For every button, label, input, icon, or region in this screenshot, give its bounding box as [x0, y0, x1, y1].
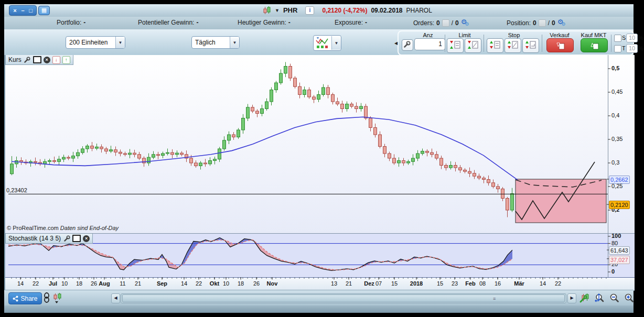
share-button[interactable]: Share — [8, 292, 42, 304]
stop-loss-pct-input[interactable]: 10 — [626, 34, 638, 42]
exposure-label: Exposure: — [335, 19, 363, 26]
date-tick-label-24: 23 — [452, 280, 458, 287]
linked-chart-icon[interactable] — [52, 292, 63, 304]
buy-shortcut-icon[interactable]: ↑ — [62, 56, 70, 64]
price-settings-wrench-icon[interactable] — [24, 56, 31, 63]
potential-gain-label: Potentieller Gewinn: — [138, 19, 194, 26]
stoch-tick-label-0: 100 — [611, 233, 621, 239]
stop-loss-checkbox[interactable] — [614, 35, 621, 42]
date-tick-label-12: Okt — [210, 280, 219, 287]
zoom-fit-icon[interactable] — [594, 292, 606, 304]
collapse-panel-icon[interactable]: ◀ — [394, 41, 398, 46]
position-settings-icon[interactable]: ⚙⚙ — [557, 19, 566, 27]
stoch-d-value-tag: 37,027 — [609, 256, 630, 264]
close-window-icon[interactable]: × — [12, 7, 18, 14]
sell-market-button[interactable] — [546, 38, 574, 52]
units-select-value: 200 Einheiten — [66, 39, 115, 46]
sell-stop-button[interactable] — [505, 38, 521, 53]
orders-settings-icon[interactable]: ⚙⚙ — [461, 19, 469, 27]
adjust-chart-icon[interactable] — [579, 292, 592, 304]
stop-label: Stop — [487, 32, 541, 38]
price-tick-label-0: 0,5 — [611, 65, 619, 71]
copyright-note: © ProRealTime.com Daten sind End-of-Day — [7, 225, 119, 231]
zoom-out-icon[interactable] — [608, 292, 621, 304]
date-tick-label-13: 10 — [223, 280, 229, 287]
instrument-symbol[interactable]: PHR — [283, 6, 297, 14]
sell-shortcut-icon[interactable]: ↓ — [52, 56, 60, 64]
timeframe-select-arrow-icon[interactable]: ▼ — [230, 37, 239, 48]
scroll-left-button[interactable]: ◀ — [111, 293, 120, 303]
close-stochastic-icon[interactable]: × — [83, 235, 90, 242]
detach-panel-icon[interactable] — [33, 56, 41, 63]
buy-stop-button[interactable] — [487, 38, 503, 53]
quantity-input[interactable]: 1 — [414, 38, 445, 50]
units-select-arrow-icon[interactable]: ▼ — [115, 37, 125, 48]
title-bar: × – □ ▦ ▼ PHR i 0,2120 (-4,72%) 09.02.20… — [4, 4, 634, 17]
price-tick-label-2: 0,4 — [611, 112, 619, 118]
last-price-change: 0,2120 (-4,72%) — [322, 7, 367, 14]
orders-list-icon[interactable] — [442, 19, 449, 27]
potential-gain-value: - — [196, 19, 198, 26]
chart-type-button[interactable]: ▼ — [313, 35, 341, 51]
account-info-bar: Portfolio: - Potentieller Gewinn: - Heut… — [4, 17, 634, 30]
bottom-bar: Share ◀ ≡ ▶ — [4, 290, 634, 306]
projection-box — [516, 179, 606, 223]
date-tick-label-23: 15 — [437, 280, 443, 287]
chart-type-arrow-icon[interactable]: ▼ — [331, 36, 341, 50]
candlestick-icon — [263, 6, 271, 15]
stoch-k-value-tag: 61,643 — [609, 246, 630, 255]
date-tick-label-2: Jul — [49, 280, 57, 287]
alert-price-tag: 0,2662 — [609, 176, 630, 184]
position-list-icon[interactable] — [539, 19, 546, 27]
copyright-text: © ProRealTime.com — [7, 225, 59, 231]
zoom-in-icon[interactable] — [623, 292, 636, 304]
order-settings-button[interactable] — [402, 39, 413, 51]
maximize-window-icon[interactable]: □ — [27, 7, 34, 14]
date-tick-label-7: 11 — [120, 280, 125, 287]
price-panel-tab[interactable]: Kurs × ↓ ↑ — [5, 55, 73, 65]
sell-limit-icon — [448, 39, 461, 51]
scroll-right-button[interactable]: ▶ — [567, 293, 576, 303]
trailing-stop-icon — [523, 39, 537, 51]
chart-scrollbar[interactable]: ≡ — [121, 293, 566, 303]
stochastic-settings-wrench-icon[interactable] — [63, 235, 70, 242]
chart-canvas[interactable] — [5, 55, 635, 290]
target-checkbox[interactable] — [614, 45, 621, 52]
stochastic-panel-tab[interactable]: Stochastik (14 3 5) × — [5, 234, 93, 244]
buy-stop-icon — [488, 39, 501, 51]
date-tick-label-21: 15 — [391, 280, 398, 287]
instrument-dropdown-icon[interactable]: ▼ — [275, 8, 280, 13]
target-pct-input[interactable]: 10 — [626, 44, 638, 53]
buy-market-button[interactable] — [581, 38, 608, 52]
quote-date: 09.02.2018 — [371, 7, 402, 14]
date-tick-label-16: Nov — [267, 280, 278, 287]
timeframe-select[interactable]: Täglich ▼ — [191, 36, 240, 49]
sell-market-icon — [555, 41, 565, 50]
date-tick-label-10: 14 — [181, 280, 187, 287]
scrollbar-thumb[interactable]: ≡ — [122, 294, 565, 302]
date-tick-label-27: 16 — [495, 280, 501, 287]
trailing-stop-button[interactable] — [522, 38, 539, 53]
info-button[interactable]: i — [305, 6, 314, 15]
price-panel-title: Kurs — [8, 56, 22, 63]
minimize-window-icon[interactable]: – — [19, 7, 26, 14]
keyboard-icon[interactable]: ▦ — [38, 6, 50, 15]
close-panel-icon[interactable]: × — [44, 57, 50, 63]
date-tick-label-17: 13 — [331, 280, 337, 287]
date-tick-label-18: 21 — [346, 280, 352, 287]
date-tick-label-0: 14 — [17, 280, 24, 287]
sell-stop-icon — [506, 39, 519, 51]
price-tick-label-1: 0,45 — [611, 89, 622, 95]
link-instrument-icon[interactable] — [43, 292, 50, 304]
window-controls: × – □ ▦ — [9, 5, 50, 15]
stochastic-panel-title: Stochastik (14 3 5) — [8, 235, 61, 242]
sell-limit-button[interactable] — [447, 38, 464, 53]
units-select[interactable]: 200 Einheiten ▼ — [66, 36, 125, 49]
date-tick-label-28: Mär — [514, 280, 524, 287]
date-tick-label-15: 26 — [253, 280, 260, 287]
buy-limit-button[interactable] — [465, 38, 481, 53]
date-tick-label-3: 10 — [61, 280, 68, 287]
price-tick-label-3: 0,35 — [611, 136, 622, 142]
date-tick-label-1: 22 — [33, 280, 39, 287]
detach-stochastic-icon[interactable] — [72, 235, 81, 242]
